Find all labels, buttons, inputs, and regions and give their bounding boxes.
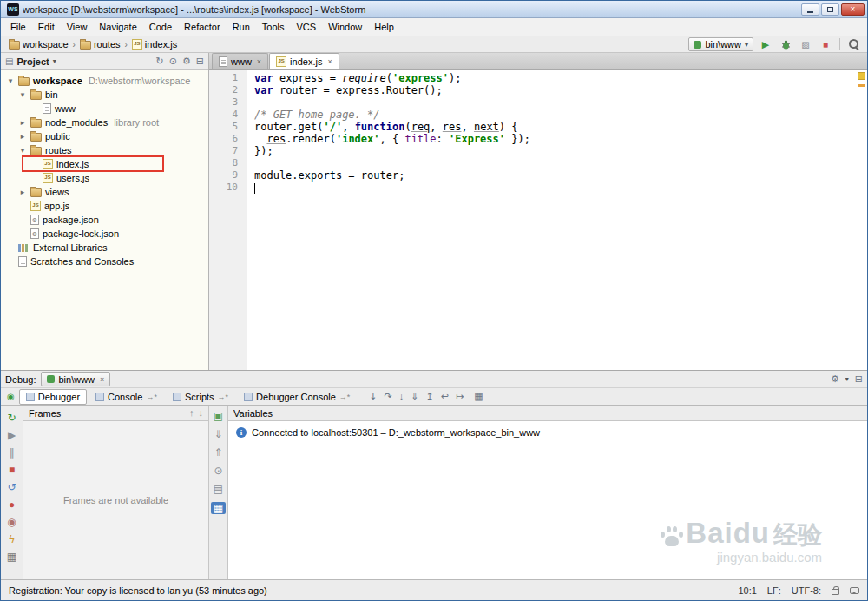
run-configuration-selector[interactable]: bin\www ▾ — [688, 37, 753, 51]
scroll-down-icon[interactable]: ⇓ — [214, 429, 222, 439]
locate-icon[interactable]: ⊙ — [169, 56, 177, 66]
tree-item-www[interactable]: www — [1, 102, 208, 116]
encoding-widget[interactable]: UTF-8: — [792, 585, 821, 596]
breadcrumb-item[interactable]: index.js — [129, 39, 180, 50]
menu-item-help[interactable]: Help — [368, 19, 400, 35]
project-panel-title[interactable]: Project — [16, 56, 49, 67]
layout-icon[interactable]: ▦ — [7, 551, 16, 562]
view-breakpoints-icon[interactable]: ● — [9, 499, 15, 510]
menu-item-edit[interactable]: Edit — [32, 19, 61, 35]
breadcrumb-item[interactable]: workspace — [6, 39, 71, 50]
maximize-button[interactable] — [821, 3, 839, 16]
line-ending-widget[interactable]: LF: — [767, 585, 781, 596]
stop-icon[interactable]: ■ — [9, 465, 15, 475]
show-execution-point-icon[interactable]: ↧ — [369, 392, 377, 401]
tree-item-users.js[interactable]: users.js — [1, 171, 208, 185]
menu-item-window[interactable]: Window — [322, 19, 368, 35]
gear-icon[interactable]: ⚙ — [831, 374, 839, 384]
debug-button[interactable] — [778, 37, 793, 51]
layout-grid-icon[interactable]: ▦ — [211, 502, 226, 514]
caret-position-widget[interactable]: 10:1 — [738, 585, 756, 596]
event-log-icon[interactable] — [850, 587, 859, 594]
code-view[interactable]: var express = require('express');var rou… — [247, 70, 867, 370]
chevron-right-icon[interactable]: ▸ — [18, 188, 27, 196]
tree-item-package.json[interactable]: package.json — [1, 213, 208, 227]
lock-icon[interactable] — [832, 589, 839, 595]
tree-item-Scratches and Consoles[interactable]: Scratches and Consoles — [1, 254, 208, 268]
console-layout-icon[interactable]: ▦ — [474, 392, 483, 401]
tree-item-External Libraries[interactable]: External Libraries — [1, 241, 208, 254]
editor-tab-index.js[interactable]: index.js× — [269, 53, 339, 69]
tree-item-package-lock.json[interactable]: package-lock.json — [1, 227, 208, 241]
menu-item-refactor[interactable]: Refactor — [178, 19, 227, 35]
hide-panel-icon[interactable]: ⊟ — [855, 374, 863, 384]
tree-item-views[interactable]: ▸views — [1, 185, 208, 199]
title-bar[interactable]: WS workspace [D:\webstorm\workspace] - .… — [1, 1, 867, 18]
chevron-right-icon[interactable]: ▸ — [18, 132, 27, 141]
variables-body[interactable]: i Connected to localhost:50301 – D:_webs… — [228, 421, 867, 579]
pin-tab-icon[interactable]: ⊙ — [214, 466, 222, 476]
debug-tab-scripts[interactable]: Scripts→* — [166, 389, 235, 405]
breadcrumb-item[interactable]: routes — [77, 39, 123, 50]
debug-tab-debugger[interactable]: Debugger — [19, 389, 87, 405]
editor-body[interactable]: 12345678910 var express = require('expre… — [209, 70, 867, 370]
editor-tab-www[interactable]: www× — [212, 53, 268, 69]
close-icon[interactable]: × — [257, 57, 261, 66]
close-icon[interactable]: × — [100, 375, 104, 384]
tree-item-workspace[interactable]: ▾workspaceD:\webstorm\workspace — [1, 74, 208, 88]
scroll-up-icon[interactable]: ⇑ — [214, 447, 222, 458]
snapshot-icon[interactable]: ▤ — [214, 484, 223, 494]
menu-item-run[interactable]: Run — [227, 19, 256, 35]
inspection-indicator-icon[interactable] — [858, 72, 865, 80]
debug-views-icon[interactable]: ▣ — [214, 411, 223, 421]
frame-down-icon[interactable]: ↓ — [199, 408, 204, 418]
menu-item-navigate[interactable]: Navigate — [93, 19, 142, 35]
menu-item-vcs[interactable]: VCS — [291, 19, 323, 35]
menu-item-code[interactable]: Code — [143, 19, 178, 35]
chevron-down-icon[interactable]: ▾ — [53, 57, 56, 65]
step-over-icon[interactable]: ↷ — [385, 392, 392, 401]
step-out-icon[interactable]: ↥ — [425, 392, 433, 401]
chevron-down-icon[interactable]: ▾ — [845, 375, 849, 383]
gear-icon[interactable]: ⚙ — [182, 56, 191, 66]
chevron-right-icon[interactable]: ▸ — [18, 118, 27, 127]
run-button[interactable]: ▶ — [758, 37, 773, 51]
chevron-down-icon[interactable]: ▾ — [6, 76, 15, 85]
tree-item-index.js[interactable]: index.js — [1, 157, 208, 171]
debug-tab-debugger-console[interactable]: Debugger Console→* — [237, 389, 357, 405]
debug-session-tab[interactable]: bin\www × — [41, 372, 110, 386]
menu-item-tools[interactable]: Tools — [256, 19, 291, 35]
refresh-icon[interactable]: ↻ — [155, 56, 163, 66]
step-into-icon[interactable]: ↓ — [399, 392, 404, 401]
debug-tab-console[interactable]: Console→* — [89, 389, 164, 405]
rerun-icon[interactable]: ↻ — [7, 413, 16, 423]
pause-icon[interactable]: ∥ — [10, 447, 15, 458]
tree-item-public[interactable]: ▸public — [1, 129, 208, 143]
menu-item-view[interactable]: View — [61, 19, 94, 35]
tree-item-bin[interactable]: ▾bin — [1, 88, 208, 102]
status-bar: Registration: Your copy is licensed to l… — [1, 579, 867, 600]
chevron-down-icon[interactable]: ▾ — [18, 90, 27, 99]
tree-item-routes[interactable]: ▾routes — [1, 143, 208, 157]
close-button[interactable]: × — [841, 3, 865, 16]
close-icon[interactable]: × — [327, 57, 332, 66]
drop-frame-icon[interactable]: ↩ — [441, 392, 449, 401]
coverage-button[interactable]: ▧ — [798, 37, 813, 51]
stop-button[interactable]: ■ — [818, 37, 833, 51]
run-to-cursor-icon[interactable]: ↦ — [456, 392, 464, 401]
force-step-into-icon[interactable]: ⇓ — [411, 392, 418, 401]
resume-icon[interactable]: ▶ — [8, 430, 16, 440]
hide-panel-icon[interactable]: ⊟ — [196, 56, 204, 66]
error-stripe-mark[interactable] — [858, 84, 865, 87]
search-everywhere-button[interactable] — [846, 37, 862, 51]
breadcrumb-label: workspace — [23, 39, 69, 50]
tree-item-app.js[interactable]: app.js — [1, 199, 208, 213]
mute-breakpoints-icon[interactable]: ◉ — [7, 517, 16, 527]
tree-item-node_modules[interactable]: ▸node_moduleslibrary root — [1, 116, 208, 129]
chevron-down-icon[interactable]: ▾ — [18, 146, 27, 155]
minimize-button[interactable] — [801, 3, 819, 16]
frame-up-icon[interactable]: ↑ — [189, 408, 194, 418]
refresh-icon[interactable]: ↺ — [7, 482, 16, 492]
menu-item-file[interactable]: File — [4, 19, 32, 35]
evaluate-icon[interactable]: ϟ — [9, 534, 14, 545]
